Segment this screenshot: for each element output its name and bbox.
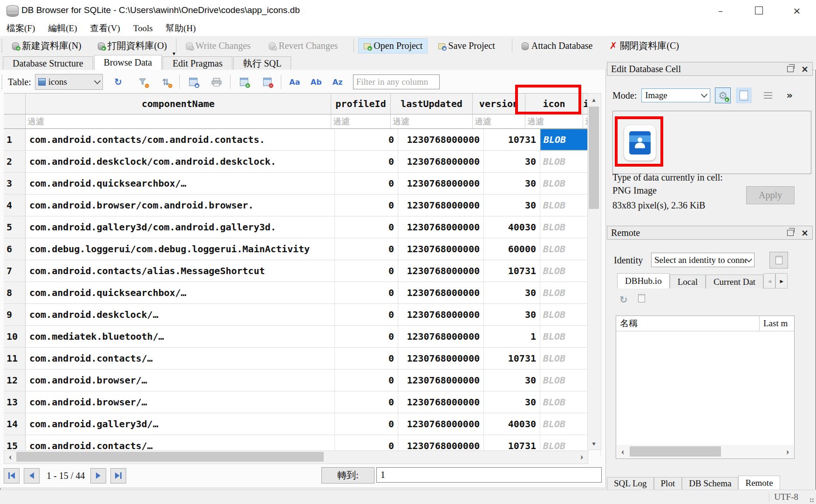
menu-help[interactable]: 幫助(H) [159,21,202,36]
cell-profileId[interactable]: 0 [335,326,398,347]
cell-lastUpdated[interactable]: 1230768000000 [398,216,484,238]
row-number[interactable]: 13 [4,391,26,413]
cell-profileId[interactable]: 0 [335,173,398,194]
cell-profileId[interactable]: 0 [335,216,398,238]
open-database-button[interactable]: ▸ 打開資料庫(O) ▾ [93,38,172,54]
refresh-button[interactable]: ↻ [111,75,125,89]
cell-lastUpdated[interactable]: 1230768000000 [398,129,484,150]
cell-componentName[interactable]: com.android.contacts/… [26,348,335,369]
row-number[interactable]: 2 [4,151,26,172]
font-button[interactable]: Aa [288,75,302,89]
tab-browse-data[interactable]: Browse Data [94,55,162,70]
last-record-button[interactable] [110,468,126,484]
table-vertical-scrollbar[interactable]: ▴ ▾ [587,93,601,450]
header-profileId[interactable]: profileId [331,94,391,114]
row-number[interactable]: 5 [4,216,26,238]
cell-version[interactable]: 30 [484,195,540,216]
first-record-button[interactable] [4,468,20,484]
table-select[interactable]: icons [35,74,103,90]
scroll-down-icon[interactable]: ▾ [588,437,600,450]
close-database-button[interactable]: ✗ 關閉資料庫(C) [605,38,683,54]
row-number[interactable]: 10 [4,326,26,347]
next-record-button[interactable] [90,468,106,484]
scroll-left-icon[interactable]: ‹ [617,445,629,458]
cell-componentName[interactable]: com.android.deskclock/com.android.deskcl… [26,151,335,172]
remote-horizontal-scrollbar[interactable]: ‹ › [617,445,794,458]
resize-grip-icon[interactable] [809,498,814,503]
toolbar-drag-handle[interactable] [1,39,6,52]
cell-profileId[interactable]: 0 [335,238,398,260]
cell-lastUpdated[interactable]: 1230768000000 [398,195,484,216]
filter-lastUpdated[interactable] [391,114,473,128]
mode-select[interactable]: Image [641,88,710,102]
cell-componentName[interactable]: com.android.contacts/com.android.contact… [26,129,335,150]
cell-lastUpdated[interactable]: 1230768000000 [398,304,484,325]
cell-version[interactable]: 40030 [484,413,540,435]
cell-componentName[interactable]: com.android.gallery3d/… [26,413,335,435]
filter-input-lastUpdated[interactable] [391,114,473,128]
row-number[interactable]: 8 [4,282,26,303]
cell-profileId[interactable]: 0 [335,282,398,303]
filter-input-componentName[interactable] [26,114,331,128]
cell-profileId[interactable]: 0 [335,348,398,369]
filter-icon[interactable] [525,114,583,128]
cell-version[interactable]: 30 [484,304,540,325]
tab-dbhub[interactable]: DBHub.io [617,273,670,289]
dock-tab-sql-log[interactable]: SQL Log [607,477,654,490]
cell-lastUpdated[interactable]: 1230768000000 [398,151,484,172]
cell-lastUpdated[interactable]: 1230768000000 [398,391,484,413]
maximize-button[interactable] [743,0,774,21]
row-number[interactable]: 3 [4,173,26,194]
cell-version[interactable]: 10731 [484,348,540,369]
cell-componentName[interactable]: com.android.browser/com.android.browser. [26,195,335,216]
goto-button[interactable]: 轉到: [321,467,374,484]
row-number[interactable]: 11 [4,348,26,369]
delete-record-button[interactable]: − [260,75,274,89]
filter-input-profileId[interactable] [331,114,391,128]
cell-version[interactable]: 1 [484,326,540,347]
cell-componentName[interactable]: com.android.quicksearchbox/… [26,282,335,303]
dock-tab-db-schema[interactable]: DB Schema [682,477,738,490]
cell-componentName[interactable]: com.android.deskclock/… [26,304,335,325]
text-view-button[interactable] [736,87,752,103]
remote-scroll-thumb[interactable] [630,446,721,457]
cell-profileId[interactable]: 0 [335,129,398,150]
cell-profileId[interactable]: 0 [335,151,398,172]
filter-componentName[interactable] [26,114,331,128]
tab-database-structure[interactable]: Database Structure [3,56,93,70]
cell-lastUpdated[interactable]: 1230768000000 [398,348,484,369]
header-lastUpdated[interactable]: lastUpdated [391,94,473,114]
save-results-button[interactable]: ▪ [186,75,200,89]
tab-scroll-left-button[interactable]: ◂ [763,273,775,289]
save-project-button[interactable]: ▪ Save Project [433,39,500,53]
cell-profileId[interactable]: 0 [335,304,398,325]
filter-profileId[interactable] [331,114,391,128]
remote-upload-button[interactable] [638,294,645,305]
close-button[interactable]: × [782,0,812,21]
row-number[interactable]: 4 [4,195,26,216]
cell-version[interactable]: 30 [484,173,540,194]
filter-version[interactable] [473,114,525,128]
scroll-right-icon[interactable]: › [576,451,588,463]
cell-version[interactable]: 30 [484,282,540,303]
identity-settings-button[interactable] [769,252,788,269]
table-horizontal-scrollbar[interactable]: ‹ › [4,450,588,464]
menu-tools[interactable]: Tools [127,21,159,36]
cell-componentName[interactable]: com.android.contacts/alias.MessageShortc… [26,260,335,282]
cell-profileId[interactable]: 0 [335,195,398,216]
clear-filters-button[interactable]: − [136,75,150,89]
remote-col-name[interactable]: 名稱 [616,316,760,331]
remote-refresh-icon[interactable]: ↻ [619,294,628,305]
cell-lastUpdated[interactable]: 1230768000000 [398,282,484,303]
cell-lastUpdated[interactable]: 1230768000000 [398,173,484,194]
close-panel-icon[interactable]: × [801,228,809,237]
open-project-button[interactable]: ▸ Open Project [358,38,428,54]
cell-version[interactable]: 10731 [484,260,540,282]
cell-lastUpdated[interactable]: 1230768000000 [398,413,484,435]
cell-lastUpdated[interactable]: 1230768000000 [398,260,484,282]
cell-profileId[interactable]: 0 [335,413,398,435]
attach-database-button[interactable]: Attach Database [517,39,598,53]
close-panel-icon[interactable]: × [801,65,809,74]
tab-local[interactable]: Local [670,275,706,289]
cell-version[interactable]: 60000 [484,238,540,260]
